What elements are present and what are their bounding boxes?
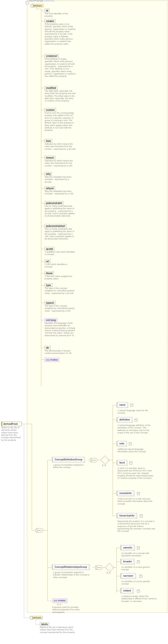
attr-type[interactable]: type bbox=[44, 283, 52, 287]
sequence-def-icon bbox=[90, 458, 97, 462]
attr-id-doc: The local identifier of the property. bbox=[44, 12, 73, 18]
attr-qcode[interactable]: qcode bbox=[44, 247, 54, 251]
attr-qcode-doc: A qualified code which identifies a conc… bbox=[44, 251, 76, 256]
occurrence-any: 0..∞ bbox=[57, 603, 61, 606]
attr-xml-lang-doc: Specifies the language of this property … bbox=[44, 322, 76, 337]
attr-how[interactable]: how bbox=[44, 139, 52, 143]
attr-whyuri-doc: Why the metadata has been included - exp… bbox=[44, 190, 76, 195]
attr-spine-line bbox=[41, 9, 41, 386]
element-note[interactable]: note bbox=[117, 441, 127, 446]
occurrence-rel: 0..∞ bbox=[107, 572, 110, 574]
occurrence-def: 0..∞ bbox=[102, 464, 106, 466]
attr-why-doc: Why the metadata has been included - exp… bbox=[44, 176, 76, 183]
sequence-rel-icon bbox=[96, 566, 102, 570]
element-facet[interactable]: facet bbox=[117, 460, 127, 466]
expand-icon[interactable]: + bbox=[137, 590, 140, 592]
expand-icon[interactable]: + bbox=[134, 418, 138, 422]
element-derivedfrom[interactable]: derivedFrom bbox=[1, 422, 22, 426]
attr-type-doc: The type of the concept assigned as cont… bbox=[44, 287, 76, 294]
element-any-other[interactable]: any ##other bbox=[52, 598, 67, 603]
expand-icon[interactable]: + bbox=[129, 442, 132, 445]
expand-icon[interactable]: + bbox=[137, 546, 140, 550]
attr-creator-doc: If the property value is not defined, sp… bbox=[44, 23, 76, 45]
attr-modified[interactable]: modified bbox=[44, 86, 58, 90]
attr-creatoruri[interactable]: creatoruri bbox=[44, 54, 59, 58]
attr-any-other[interactable]: any ##other bbox=[44, 358, 60, 362]
extension-type-label: Flex1PropType (extension) bbox=[29, 0, 55, 2]
attr-literal-doc: A free-text value assigned as property v… bbox=[44, 275, 76, 280]
attr-whyuri[interactable]: whyuri bbox=[44, 186, 55, 190]
group-concept-relationships[interactable]: ConceptRelationshipsGroup bbox=[52, 564, 90, 570]
attr-idrefs-doc: Refers to the ids of elements which valu… bbox=[40, 626, 76, 634]
sequence-outer-icon bbox=[36, 528, 43, 532]
attr-pubconstrainturi[interactable]: pubconstrainturi bbox=[44, 224, 66, 228]
attr-custom-doc: If set to true the corresponding propert… bbox=[44, 112, 76, 132]
attr-creatoruri-doc: If the attribute is empty, specifies whi… bbox=[44, 58, 76, 78]
connector-line bbox=[22, 424, 27, 424]
attr-dir-doc: The directionality of textual content (e… bbox=[44, 350, 76, 354]
element-name[interactable]: name bbox=[117, 402, 128, 408]
element-label: derivedFrom bbox=[3, 423, 18, 425]
expand-icon[interactable]: + bbox=[130, 404, 133, 407]
expand-icon[interactable]: + bbox=[137, 492, 140, 495]
element-broader[interactable]: broader bbox=[121, 559, 134, 564]
attr-uri-doc: A URI which identifies a concept. bbox=[44, 263, 76, 268]
element-hierarchyinfo[interactable]: hierarchyInfo bbox=[117, 513, 137, 518]
group-concept-definition[interactable]: ConceptDefinitionGroup bbox=[52, 457, 85, 462]
attr-typeuri-doc: The type of the concept assigned as cont… bbox=[44, 305, 76, 312]
group-def-doc: A group of properties required to define… bbox=[53, 464, 89, 469]
attr-pubconstrainturi-doc: One or many constraints that apply to pu… bbox=[44, 228, 76, 240]
attr-pubconstraint[interactable]: pubconstraint bbox=[44, 201, 64, 205]
attr-pubconstraint-doc: One or many constraints that apply to pu… bbox=[44, 205, 76, 217]
attr-uri[interactable]: uri bbox=[44, 259, 50, 263]
attr-literal[interactable]: literal bbox=[44, 271, 54, 275]
element-remoteinfo[interactable]: remoteInfo bbox=[117, 490, 134, 496]
element-definition[interactable]: definition bbox=[117, 417, 132, 422]
attr-dir[interactable]: dir bbox=[44, 346, 50, 350]
element-narrower[interactable]: narrower bbox=[121, 573, 136, 578]
attr-howuri[interactable]: howuri bbox=[44, 156, 55, 160]
attributes-frame-heading[interactable]: − attributes bbox=[32, 4, 44, 8]
extension-toggle-icon[interactable]: − bbox=[26, 1, 29, 4]
attr-idrefs[interactable]: idrefs bbox=[40, 622, 49, 626]
attr-why[interactable]: why bbox=[44, 172, 52, 176]
collapse-icon[interactable]: − bbox=[30, 616, 33, 619]
attr-how-doc: Indicates by which means the value was e… bbox=[44, 143, 76, 150]
expand-icon[interactable]: + bbox=[129, 462, 132, 464]
element-sameas[interactable]: sameAs bbox=[121, 545, 134, 550]
element-related[interactable]: related bbox=[121, 588, 134, 594]
element-doc: Refers to the ids of elements whose valu… bbox=[1, 426, 22, 441]
attr-typeuri[interactable]: typeuri bbox=[44, 301, 55, 305]
attr-xml-lang[interactable]: xml:lang bbox=[44, 318, 57, 322]
expand-icon[interactable]: + bbox=[139, 575, 142, 578]
attr-modified-doc: The date (and, optionally, the time) whe… bbox=[44, 90, 76, 102]
attr-id[interactable]: id bbox=[44, 8, 50, 12]
expand-icon[interactable]: + bbox=[140, 514, 143, 518]
collapse-icon[interactable]: − bbox=[30, 4, 34, 7]
expand-icon[interactable]: + bbox=[137, 560, 140, 563]
group-rel-doc: A group of properties required to indica… bbox=[53, 571, 91, 578]
attr-custom[interactable]: custom bbox=[44, 108, 56, 112]
bottom-attributes-frame[interactable]: − attributes bbox=[31, 616, 43, 620]
attr-creator[interactable]: creator bbox=[44, 19, 56, 23]
attr-howuri-doc: Indicates by which means the value was e… bbox=[44, 160, 76, 167]
